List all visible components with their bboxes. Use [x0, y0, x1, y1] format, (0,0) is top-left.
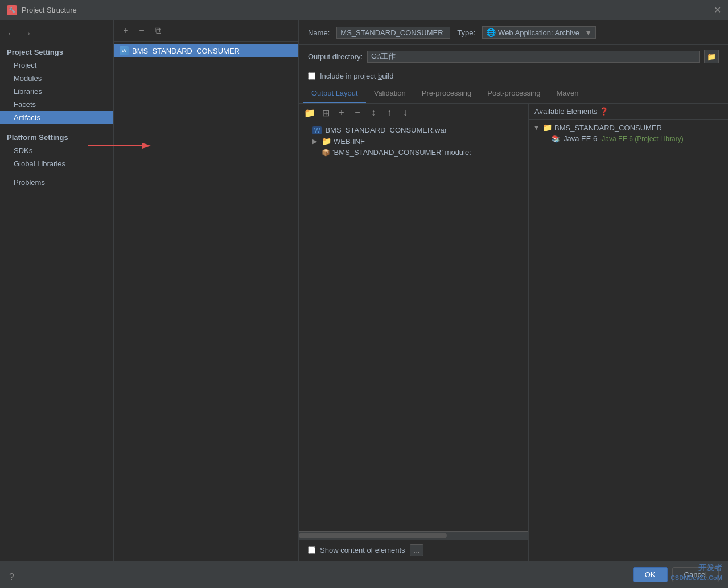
webinf-folder-name: WEB-INF: [334, 137, 365, 146]
main-layout: ← → Project Settings Project Modules Lib…: [0, 20, 728, 561]
module-name: 'BMS_STANDARD_CONSUMER' module:: [332, 148, 471, 157]
tabs-row: Output Layout Validation Pre-processing …: [299, 84, 728, 104]
output-sort-button[interactable]: ↕: [366, 106, 381, 120]
platform-settings-title: Platform Settings: [0, 130, 113, 144]
dropdown-arrow-icon: ▼: [585, 28, 592, 37]
show-content-checkbox[interactable]: [308, 546, 315, 554]
tree-item-war[interactable]: W BMS_STANDARD_CONSUMER.war: [299, 125, 528, 135]
avail-expand-icon: ▼: [533, 124, 540, 131]
browse-button[interactable]: 📁: [704, 50, 719, 63]
close-button[interactable]: ✕: [714, 5, 721, 15]
folder-icon: 📁: [322, 137, 331, 146]
sidebar-item-libraries[interactable]: Libraries: [0, 85, 113, 98]
tab-post-processing[interactable]: Post-processing: [479, 84, 548, 103]
copy-artifact-button[interactable]: ⧉: [150, 24, 165, 38]
avail-lib-name: Java EE 6: [564, 134, 597, 143]
include-row: Include in project build: [299, 68, 728, 84]
title-bar: 🔧 Project Structure ✕: [0, 0, 728, 20]
output-dir-row: Output directory: 📁: [299, 45, 728, 68]
output-left: 📁 ⊞ + − ↕ ↑ ↓ W BMS_STANDARD_CONSUMER.wa…: [299, 104, 529, 561]
artifact-item[interactable]: W BMS_STANDARD_CONSUMER: [114, 44, 298, 57]
tab-validation[interactable]: Validation: [366, 84, 414, 103]
sidebar-item-sdks[interactable]: SDKs: [0, 144, 113, 157]
project-settings-title: Project Settings: [0, 44, 113, 59]
output-up-button[interactable]: ↑: [382, 106, 397, 120]
center-panel: + − ⧉ W BMS_STANDARD_CONSUMER: [114, 20, 299, 561]
nav-back-button[interactable]: ←: [5, 27, 18, 40]
artifact-name: BMS_STANDARD_CONSUMER: [132, 47, 240, 55]
bottom-bar: OK Cancel: [0, 561, 728, 588]
cancel-button[interactable]: Cancel: [672, 567, 719, 582]
output-add-button[interactable]: +: [334, 106, 349, 120]
include-build-checkbox[interactable]: [308, 72, 315, 80]
output-remove-button[interactable]: −: [350, 106, 365, 120]
output-folder-button[interactable]: 📁: [302, 106, 317, 120]
include-build-label: Include in project build: [320, 72, 393, 80]
sidebar-item-modules[interactable]: Modules: [0, 72, 113, 85]
avail-lib-suffix: -Java EE 6 (Project Library): [599, 135, 683, 143]
show-content-row: Show content of elements ...: [299, 539, 528, 561]
sidebar-item-project[interactable]: Project: [0, 59, 113, 72]
avail-folder-icon: 📁: [542, 123, 552, 132]
content-area: 📁 ⊞ + − ↕ ↑ ↓ W BMS_STANDARD_CONSUMER.wa…: [299, 104, 728, 561]
output-dir-input[interactable]: [367, 51, 700, 63]
ok-button[interactable]: OK: [633, 567, 668, 582]
app-icon: 🔧: [7, 5, 17, 15]
tab-maven[interactable]: Maven: [548, 84, 586, 103]
sidebar-item-problems[interactable]: Problems: [0, 176, 113, 189]
artifact-list: W BMS_STANDARD_CONSUMER: [114, 42, 298, 561]
center-toolbar: + − ⧉: [114, 20, 298, 42]
dots-button[interactable]: ...: [410, 544, 424, 556]
help-icon[interactable]: ❓: [599, 107, 608, 116]
sidebar: ← → Project Settings Project Modules Lib…: [0, 20, 114, 561]
output-split-button[interactable]: ⊞: [318, 106, 333, 120]
available-tree: ▼ 📁 BMS_STANDARD_CONSUMER 📚 Java EE 6 -J…: [529, 120, 728, 561]
tab-pre-processing[interactable]: Pre-processing: [414, 84, 479, 103]
right-panel: Name: Type: 🌐 Web Application: Archive ▼…: [299, 20, 728, 561]
sidebar-item-global-libraries[interactable]: Global Libraries: [0, 157, 113, 170]
tree-item-module[interactable]: 📦 'BMS_STANDARD_CONSUMER' module:: [299, 147, 528, 158]
remove-artifact-button[interactable]: −: [134, 24, 149, 38]
available-right: Available Elements ❓ ▼ 📁 BMS_STANDARD_CO…: [529, 104, 728, 561]
avail-item-bms[interactable]: ▼ 📁 BMS_STANDARD_CONSUMER: [529, 122, 728, 133]
war-file-icon: W: [312, 126, 322, 134]
name-input[interactable]: [336, 27, 450, 39]
type-value: Web Application: Archive: [498, 28, 579, 37]
sidebar-item-facets[interactable]: Facets: [0, 98, 113, 111]
title-bar-left: 🔧 Project Structure: [7, 5, 77, 15]
window-title: Project Structure: [22, 6, 77, 14]
type-label: Type:: [457, 28, 475, 37]
war-file-name: BMS_STANDARD_CONSUMER.war: [325, 126, 447, 134]
output-tree: W BMS_STANDARD_CONSUMER.war ▶ 📁 WEB-INF …: [299, 122, 528, 531]
output-down-button[interactable]: ↓: [398, 106, 413, 120]
horizontal-scrollbar[interactable]: [299, 531, 528, 539]
available-header: Available Elements ❓: [529, 104, 728, 120]
name-label: Name:: [308, 28, 330, 37]
tab-output-layout[interactable]: Output Layout: [303, 84, 366, 103]
help-bottom-button[interactable]: ?: [9, 572, 14, 582]
available-elements-title: Available Elements: [534, 107, 597, 116]
sidebar-nav: ← →: [0, 25, 113, 44]
add-artifact-button[interactable]: +: [118, 24, 133, 38]
sidebar-item-artifacts[interactable]: Artifacts: [0, 111, 113, 124]
output-toolbar: 📁 ⊞ + − ↕ ↑ ↓: [299, 104, 528, 122]
type-icon: 🌐: [486, 28, 496, 37]
module-icon: 📦: [322, 149, 330, 157]
show-content-label: Show content of elements: [320, 546, 405, 554]
type-dropdown[interactable]: 🌐 Web Application: Archive ▼: [482, 26, 596, 39]
nav-forward-button[interactable]: →: [20, 27, 34, 40]
avail-folder-name: BMS_STANDARD_CONSUMER: [554, 124, 662, 132]
scrollbar-thumb: [299, 533, 447, 538]
avail-item-javaee[interactable]: 📚 Java EE 6 -Java EE 6 (Project Library): [529, 133, 728, 144]
webinf-expand-icon: ▶: [312, 138, 319, 145]
library-icon: 📚: [552, 135, 560, 143]
artifact-war-icon: W: [120, 46, 129, 55]
output-dir-label: Output directory:: [308, 52, 363, 61]
tree-item-webinf[interactable]: ▶ 📁 WEB-INF: [299, 135, 528, 147]
name-type-row: Name: Type: 🌐 Web Application: Archive ▼: [299, 20, 728, 45]
